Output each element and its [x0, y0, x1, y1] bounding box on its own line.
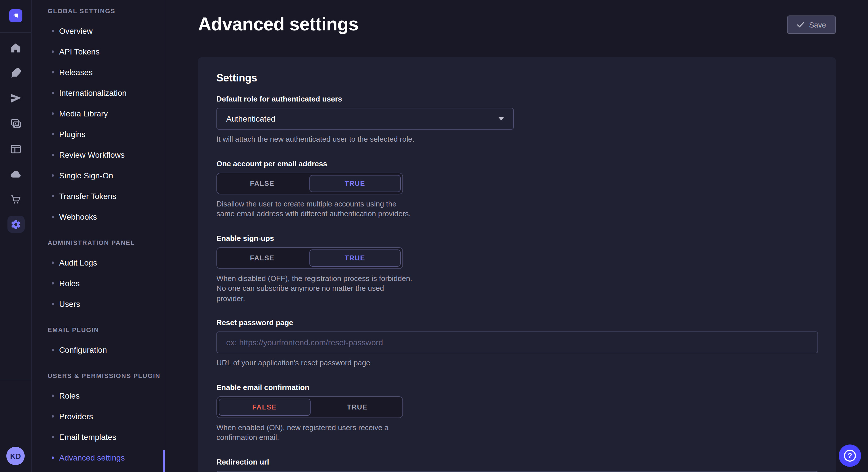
sidebar-item-label: Roles — [59, 391, 80, 400]
field-enable-sign-ups: Enable sign-ups FALSE TRUE When disabled… — [216, 234, 817, 303]
sidebar-item-label: Users — [59, 299, 80, 308]
nav-content-manager[interactable] — [7, 64, 24, 81]
sidebar-item-overview[interactable]: Overview — [32, 21, 165, 41]
sidebar-item-label: Review Workflows — [59, 150, 125, 160]
sidebar-item-label: Webhooks — [59, 212, 97, 222]
sidebar-item-label: Releases — [59, 68, 93, 77]
section-header: ADMINISTRATION PANEL — [32, 239, 165, 247]
sidebar-item-plugins[interactable]: Plugins — [32, 124, 165, 144]
nav-home[interactable] — [7, 39, 24, 56]
field-one-account-per-email: One account per email address FALSE TRUE… — [216, 159, 817, 219]
toggle-false-option[interactable]: FALSE — [217, 247, 307, 268]
bullet-icon — [52, 30, 54, 32]
nav-deploy[interactable] — [7, 90, 24, 107]
toggle-false-option[interactable]: FALSE — [219, 399, 310, 416]
sidebar-item-up-roles[interactable]: Roles — [32, 385, 165, 406]
field-label: Default role for authenticated users — [216, 95, 817, 103]
active-item-indicator — [163, 450, 165, 472]
bullet-icon — [52, 133, 54, 135]
sidebar-item-email-templates[interactable]: Email templates — [32, 427, 165, 447]
panel-title: Settings — [216, 72, 817, 84]
nav-settings[interactable] — [7, 216, 24, 233]
strapi-logo-icon — [11, 11, 20, 20]
sidebar-item-label: Internationalization — [59, 88, 127, 98]
nav-cloud[interactable] — [7, 165, 24, 182]
nav-content-type-builder[interactable] — [7, 140, 24, 157]
bullet-icon — [52, 174, 54, 177]
help-button[interactable]: ? — [839, 444, 861, 467]
toggle-true-option[interactable]: TRUE — [309, 175, 401, 192]
sidebar-section-users-permissions-plugin: USERS & PERMISSIONS PLUGIN Roles Provide… — [32, 372, 165, 468]
sidebar-item-label: Advanced settings — [59, 453, 125, 462]
field-redirection-url: Redirection url — [216, 458, 817, 472]
bullet-icon — [52, 112, 54, 115]
sidebar-item-label: Audit Logs — [59, 258, 97, 267]
sidebar-item-advanced-settings[interactable]: Advanced settings — [32, 447, 165, 468]
send-icon — [10, 92, 22, 104]
default-role-select[interactable]: Authenticated — [216, 108, 514, 130]
select-value: Authenticated — [226, 114, 275, 123]
sidebar-item-label: API Tokens — [59, 47, 100, 56]
settings-sidebar: GLOBAL SETTINGS Overview API Tokens Rele… — [32, 0, 165, 472]
strapi-logo[interactable] — [9, 9, 22, 22]
sidebar-item-label: Single Sign-On — [59, 171, 113, 180]
sidebar-item-label: Providers — [59, 412, 93, 421]
email-confirmation-toggle: FALSE TRUE — [216, 396, 403, 418]
sidebar-item-audit-logs[interactable]: Audit Logs — [32, 252, 165, 273]
sidebar-item-review-workflows[interactable]: Review Workflows — [32, 144, 165, 165]
sidebar-item-label: Configuration — [59, 345, 107, 355]
bullet-icon — [52, 415, 54, 417]
save-button[interactable]: Save — [787, 15, 836, 34]
sidebar-item-media-library[interactable]: Media Library — [32, 103, 165, 124]
app-window: KD GLOBAL SETTINGS Overview API Tokens R… — [0, 0, 868, 472]
layout-icon — [10, 142, 22, 155]
field-enable-email-confirmation: Enable email confirmation FALSE TRUE Whe… — [216, 383, 817, 443]
sidebar-item-api-tokens[interactable]: API Tokens — [32, 41, 165, 62]
toggle-true-option[interactable]: TRUE — [309, 249, 401, 266]
bullet-icon — [52, 216, 54, 218]
toggle-false-option[interactable]: FALSE — [217, 173, 307, 194]
nav-media-library[interactable] — [7, 115, 24, 132]
sidebar-section-email-plugin: EMAIL PLUGIN Configuration — [32, 326, 165, 360]
field-hint: When enabled (ON), new registered users … — [216, 423, 414, 443]
bullet-icon — [52, 154, 54, 156]
field-label: Reset password page — [216, 318, 817, 327]
one-account-toggle: FALSE TRUE — [216, 172, 403, 194]
toggle-true-option[interactable]: TRUE — [312, 397, 402, 417]
redirection-url-input[interactable] — [216, 471, 818, 472]
save-button-label: Save — [809, 20, 826, 29]
rail-divider-bottom — [0, 380, 32, 380]
sidebar-item-label: Plugins — [59, 130, 86, 139]
sidebar-item-releases[interactable]: Releases — [32, 62, 165, 82]
reset-password-input[interactable] — [216, 332, 818, 353]
sidebar-item-internationalization[interactable]: Internationalization — [32, 82, 165, 103]
sidebar-item-email-configuration[interactable]: Configuration — [32, 339, 165, 360]
media-library-icon — [10, 117, 22, 129]
sidebar-item-webhooks[interactable]: Webhooks — [32, 206, 165, 227]
sidebar-item-up-providers[interactable]: Providers — [32, 406, 165, 427]
check-icon — [797, 22, 805, 28]
sidebar-item-admin-users[interactable]: Users — [32, 294, 165, 314]
field-default-role: Default role for authenticated users Aut… — [216, 95, 817, 144]
sidebar-item-label: Transfer Tokens — [59, 192, 116, 201]
feather-icon — [10, 67, 22, 79]
sign-ups-toggle: FALSE TRUE — [216, 247, 403, 269]
field-label: Enable email confirmation — [216, 383, 817, 392]
bullet-icon — [52, 436, 54, 438]
sidebar-item-label: Media Library — [59, 109, 108, 118]
icon-rail: KD — [0, 0, 32, 472]
sidebar-item-transfer-tokens[interactable]: Transfer Tokens — [32, 186, 165, 206]
sidebar-item-label: Overview — [59, 26, 93, 36]
field-hint: It will attach the new authenticated use… — [216, 134, 817, 144]
user-avatar[interactable]: KD — [6, 447, 25, 465]
sidebar-section-global-settings: GLOBAL SETTINGS Overview API Tokens Rele… — [32, 7, 165, 227]
chevron-down-icon — [498, 117, 504, 121]
nav-marketplace[interactable] — [7, 191, 24, 208]
bullet-icon — [52, 71, 54, 73]
bullet-icon — [52, 195, 54, 197]
section-header: USERS & PERMISSIONS PLUGIN — [32, 372, 165, 380]
field-hint: Disallow the user to create multiple acc… — [216, 199, 414, 219]
sidebar-item-admin-roles[interactable]: Roles — [32, 273, 165, 294]
sidebar-item-single-sign-on[interactable]: Single Sign-On — [32, 165, 165, 186]
bullet-icon — [52, 282, 54, 284]
